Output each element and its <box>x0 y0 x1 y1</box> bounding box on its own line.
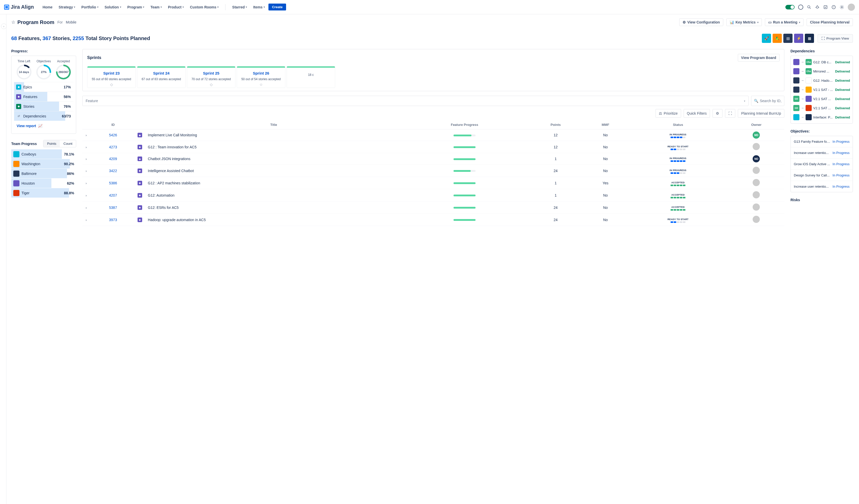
owner-avatar[interactable] <box>753 216 760 223</box>
owner-avatar[interactable] <box>753 204 760 211</box>
tab-count[interactable]: Count <box>60 140 76 147</box>
expand-row-icon[interactable]: › <box>86 182 87 185</box>
dependency-row[interactable]: → G12: Hadoo... Delivered <box>793 76 850 85</box>
objective-row[interactable]: Increase user retentio... In Progress <box>791 147 853 159</box>
team-tile-tiger[interactable]: ▦ <box>805 34 814 43</box>
feature-id-link[interactable]: 5386 <box>109 181 117 185</box>
team-row[interactable]: Washington 90.2% <box>11 159 76 169</box>
nav-product[interactable]: Product▾ <box>165 3 186 11</box>
view-report-link[interactable]: View report📈 <box>14 121 73 131</box>
create-button[interactable]: Create <box>269 3 286 11</box>
objective-row[interactable]: Grow iOS Daily Active ... In Progress <box>791 159 853 170</box>
settings-icon[interactable] <box>840 5 844 10</box>
team-tile-washington[interactable]: 🦜 <box>772 34 782 43</box>
owner-avatar[interactable] <box>753 143 760 150</box>
sprint-star-icon[interactable]: ◇ <box>110 82 113 86</box>
nav-team[interactable]: Team▾ <box>148 3 164 11</box>
objective-row[interactable]: G13 Family Feature for... In Progress <box>791 136 853 147</box>
quick-filters-button[interactable]: Quick Filters <box>684 109 710 118</box>
sprint-star-icon[interactable]: ◇ <box>210 82 213 86</box>
col-owner[interactable]: Owner <box>728 120 784 129</box>
expand-row-icon[interactable]: › <box>86 157 87 161</box>
col-mmf[interactable]: MMF <box>583 120 628 129</box>
user-avatar[interactable] <box>848 3 855 11</box>
progress-row[interactable]: ◆ Epics 17% <box>14 82 73 92</box>
feature-id-link[interactable]: 4207 <box>109 193 117 198</box>
expand-sidebar-button[interactable]: › <box>1 23 7 29</box>
nav-custom-rooms[interactable]: Custom Rooms▾ <box>187 3 221 11</box>
objective-row[interactable]: Increase user retentio... In Progress <box>791 181 853 192</box>
feature-title[interactable]: G12 : Team innovation for AC5 <box>146 141 401 153</box>
expand-row-icon[interactable]: › <box>86 194 87 198</box>
nav-strategy[interactable]: Strategy▾ <box>56 3 78 11</box>
sprint-name[interactable]: Sprint 26 <box>253 71 269 75</box>
team-row[interactable]: Cowboys 78.1% <box>11 149 76 159</box>
notifications-icon[interactable] <box>815 5 819 10</box>
globe-icon[interactable] <box>798 4 803 10</box>
brand-logo[interactable]: Jira Align <box>4 4 34 10</box>
expand-row-icon[interactable]: › <box>86 145 87 149</box>
sprint-card[interactable]: Sprint 23 55 out of 60 stories accepted … <box>87 66 136 88</box>
sprint-card[interactable]: Sprint 25 70 out of 72 stories accepted … <box>187 66 236 88</box>
expand-row-icon[interactable]: › <box>86 206 87 210</box>
team-row[interactable]: Houston 62% <box>11 178 76 188</box>
owner-avatar[interactable] <box>753 179 760 186</box>
feature-title[interactable]: G12 : AP2 machines stabilization <box>146 177 401 189</box>
star-icon[interactable]: ☆ <box>11 19 15 25</box>
progress-row[interactable]: ◆ Stories 76% <box>14 101 73 111</box>
team-tile-baltimore[interactable]: ▤ <box>783 34 793 43</box>
sprint-card[interactable]: Sprint 24 67 out of 83 stories accepted <box>137 66 185 88</box>
feature-id-link[interactable]: 5426 <box>109 133 117 137</box>
nav-portfolio[interactable]: Portfolio▾ <box>79 3 101 11</box>
nav-starred[interactable]: Starred▾ <box>230 3 250 11</box>
sprint-card[interactable]: 18 c <box>287 66 335 88</box>
help-icon[interactable]: ? <box>831 5 836 10</box>
feature-id-link[interactable]: 5387 <box>109 206 117 210</box>
nav-solution[interactable]: Solution▾ <box>102 3 124 11</box>
feature-toggle[interactable] <box>785 5 795 10</box>
progress-row[interactable]: ◆ Features 56% <box>14 92 73 101</box>
nav-home[interactable]: Home <box>40 3 55 11</box>
sprint-star-icon[interactable]: ☆ <box>259 82 263 86</box>
for-value[interactable]: Mobile <box>66 20 76 24</box>
owner-avatar[interactable] <box>753 191 760 199</box>
col-id[interactable]: ID <box>90 120 136 129</box>
nav-items[interactable]: Items▾ <box>251 3 267 11</box>
fullscreen-button[interactable]: ⛶ <box>725 109 735 118</box>
feature-title[interactable]: G12: ESRs for AC5 <box>146 202 401 214</box>
dependency-row[interactable]: → Cha G12: DB c... Delivered <box>793 58 850 67</box>
dependency-row[interactable]: GD → V2.1 SAT ... Delivered <box>793 104 850 113</box>
search-icon[interactable] <box>807 5 811 10</box>
sprint-name[interactable]: Sprint 23 <box>103 71 120 75</box>
view-configuration-button[interactable]: ⚙View Configuration <box>679 18 723 26</box>
owner-avatar[interactable]: MD <box>753 131 760 139</box>
dependency-row[interactable]: → V2.1 SAT - ... Delivered <box>793 85 850 94</box>
settings-button[interactable]: ⚙ <box>712 109 723 118</box>
expand-row-icon[interactable]: › <box>86 133 87 137</box>
prioritize-button[interactable]: ⚖Prioritize <box>655 109 681 118</box>
dependency-row[interactable]: → Cha Mirrored ... Delivered <box>793 67 850 76</box>
close-planning-interval-button[interactable]: Close Planning Interval <box>807 18 853 26</box>
tab-points[interactable]: Points <box>44 140 60 147</box>
run-meeting-button[interactable]: ▭Run a Meeting▾ <box>765 18 804 26</box>
col-title[interactable]: Title <box>146 120 401 129</box>
feature-title[interactable]: Implement Live Call Monitoring <box>146 129 401 141</box>
team-row[interactable]: Baltimore 86% <box>11 169 76 178</box>
view-program-board-button[interactable]: View Program Board <box>738 54 780 62</box>
team-row[interactable]: Tiger 88.8% <box>11 188 76 198</box>
sprint-card[interactable]: Sprint 26 50 out of 54 stories accepted … <box>237 66 285 88</box>
tasks-icon[interactable] <box>823 5 828 10</box>
objective-row[interactable]: Design Survey for Call... In Progress <box>791 170 853 181</box>
col-feature-progress[interactable]: Feature Progress <box>401 120 528 129</box>
feature-title[interactable]: G12: Automation <box>146 189 401 202</box>
feature-id-link[interactable]: 3973 <box>109 218 117 222</box>
team-tile-houston[interactable]: ⚡ <box>794 34 803 43</box>
col-status[interactable]: Status <box>628 120 728 129</box>
feature-title[interactable]: Chatbot JSON integrations <box>146 153 401 165</box>
feature-id-link[interactable]: 4209 <box>109 157 117 161</box>
program-view-button[interactable]: ⛶Program View <box>817 34 853 43</box>
feature-id-link[interactable]: 4273 <box>109 145 117 149</box>
key-metrics-button[interactable]: 📊Key Metrics▾ <box>726 18 762 26</box>
dependency-row[interactable]: GD → V2.1 SAT ... Delivered <box>793 94 850 104</box>
owner-avatar[interactable] <box>753 167 760 174</box>
